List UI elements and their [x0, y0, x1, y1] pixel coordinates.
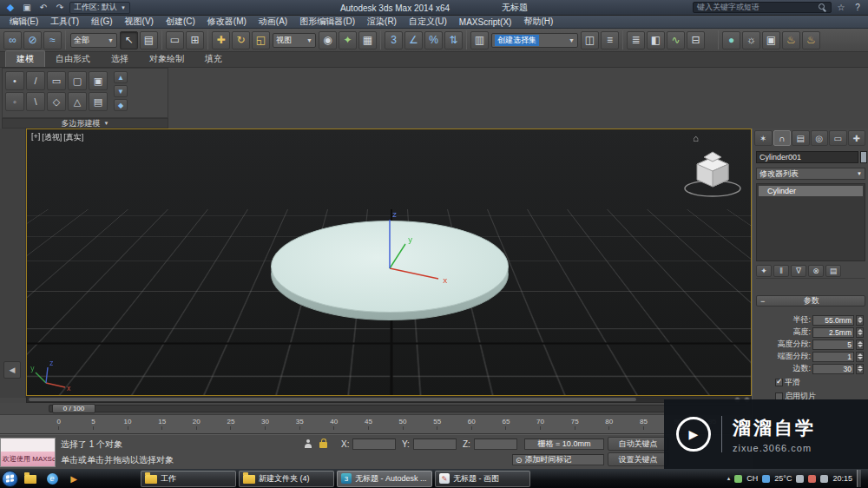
ribbon-button-10[interactable]: ▤ — [89, 92, 108, 111]
menu-edit[interactable]: 编辑(E) — [3, 16, 44, 29]
tab-display-icon[interactable]: ▭ — [829, 130, 847, 146]
viewport-menu-pov[interactable]: [透视] — [42, 132, 62, 143]
sides-input[interactable]: 30 — [812, 364, 854, 374]
ribbon-button-8[interactable]: ◇ — [47, 92, 66, 111]
time-slider[interactable]: 0 / 100 — [0, 403, 752, 415]
ribbon-tab-object-paint[interactable]: 对象绘制 — [139, 51, 194, 67]
tray-icon[interactable] — [796, 475, 804, 483]
weather-temp[interactable]: 25°C — [774, 474, 792, 483]
save-icon[interactable]: ▣ — [20, 2, 34, 14]
render-iterative-icon[interactable]: ♨ — [802, 31, 820, 49]
search-input[interactable]: 键入关键字或短语 — [693, 2, 832, 13]
schematic-view-icon[interactable]: ⊟ — [687, 31, 705, 49]
ribbon-button-7[interactable]: \ — [26, 92, 45, 111]
rect-region-icon[interactable]: ▭ — [166, 31, 184, 49]
select-scale-icon[interactable]: ◱ — [252, 31, 270, 49]
unlink-icon[interactable]: ⊘ — [23, 31, 42, 49]
scrollbar-thumb[interactable] — [29, 398, 636, 401]
ribbon-tab-populate[interactable]: 填充 — [194, 51, 233, 67]
ribbon-tab-selection[interactable]: 选择 — [101, 51, 139, 67]
remove-modifier-icon[interactable]: ⊗ — [808, 265, 824, 277]
edit-named-selection-icon[interactable]: ▥ — [470, 31, 489, 49]
percent-snap-icon[interactable]: % — [424, 31, 443, 49]
menu-graph-editors[interactable]: 图形编辑器(D) — [293, 16, 361, 29]
ribbon-button-6[interactable]: ◦ — [5, 92, 24, 111]
maxscript-mini-listener[interactable]: 欢迎使用 MAXScript — [0, 438, 56, 467]
curve-editor-icon[interactable]: ∿ — [667, 31, 685, 49]
select-move-icon[interactable]: ✚ — [212, 31, 230, 49]
track-bar[interactable]: 0 5 10 15 20 25 30 35 40 45 50 55 60 65 … — [0, 415, 752, 434]
tab-motion-icon[interactable]: ◎ — [811, 130, 829, 146]
taskbar-window-3dsmax[interactable]: 3 无标题 - Autodesk ... — [337, 471, 432, 487]
window-crossing-icon[interactable]: ⊞ — [186, 31, 204, 49]
select-manipulate-icon[interactable]: ✦ — [339, 31, 357, 49]
ref-coord-dropdown[interactable]: 视图 ▼ — [273, 33, 316, 48]
keyboard-override-icon[interactable]: ▦ — [358, 31, 377, 49]
height-segs-spinner[interactable] — [856, 340, 864, 350]
expand-panel-icon[interactable]: ◀ — [3, 361, 21, 379]
taskbar-window-new-folder[interactable]: 新建文件夹 (4) — [239, 471, 334, 487]
tab-modify-icon[interactable]: ∩ — [773, 130, 792, 146]
named-selection-dropdown[interactable]: 创建选择集 ▼ — [491, 33, 578, 48]
menu-modifiers[interactable]: 修改器(M) — [201, 16, 253, 29]
ribbon-panel-title[interactable]: 多边形建模 ▼ — [2, 118, 168, 129]
viewport-menu-plus[interactable]: [+] — [31, 132, 40, 143]
use-pivot-icon[interactable]: ◉ — [319, 31, 337, 49]
ribbon-button-vertex[interactable]: • — [5, 71, 24, 90]
viewcube-home-icon[interactable]: ⌂ — [693, 133, 699, 143]
network-icon[interactable] — [820, 475, 828, 483]
pin-stack-icon[interactable]: ✦ — [756, 265, 772, 277]
layer-manager-icon[interactable]: ≣ — [627, 31, 645, 49]
bind-spacewarp-icon[interactable]: ≈ — [43, 31, 62, 49]
material-editor-icon[interactable]: ● — [722, 31, 740, 49]
object-name-input[interactable] — [756, 151, 858, 163]
viewport-scrollbar[interactable] — [26, 396, 752, 403]
make-unique-icon[interactable]: ∇ — [791, 265, 806, 277]
selection-lock-icon[interactable] — [319, 442, 327, 448]
sides-spinner[interactable] — [856, 364, 864, 374]
parameters-rollout-header[interactable]: − 参数 — [756, 295, 865, 307]
ribbon-button-element[interactable]: ▣ — [89, 71, 108, 90]
show-end-result-icon[interactable]: ‖ — [773, 265, 789, 277]
undo-icon[interactable]: ↶ — [36, 2, 50, 14]
object-color-swatch[interactable] — [860, 151, 867, 163]
render-setup-icon[interactable]: ☼ — [742, 31, 760, 49]
y-coord-input[interactable] — [413, 439, 457, 450]
start-button[interactable] — [2, 471, 18, 487]
select-by-name-icon[interactable]: ▤ — [140, 31, 158, 49]
weather-icon[interactable] — [762, 475, 770, 483]
menu-animation[interactable]: 动画(A) — [253, 16, 293, 29]
snap-toggle-icon[interactable]: 3 — [385, 31, 403, 49]
time-slider-track[interactable] — [49, 405, 746, 412]
tab-create-icon[interactable]: ✶ — [754, 130, 773, 146]
ribbon-toggle-icon[interactable]: ◧ — [647, 31, 665, 49]
modifier-list-dropdown[interactable]: 修改器列表 ▼ — [756, 168, 865, 180]
search-icon[interactable] — [819, 3, 827, 12]
z-coord-input[interactable] — [474, 439, 517, 450]
listener-line[interactable] — [1, 439, 55, 452]
auto-key-button[interactable]: 自动关键点 — [608, 437, 668, 451]
ribbon-button-border[interactable]: ▭ — [47, 71, 66, 90]
tab-utilities-icon[interactable]: ✚ — [848, 130, 866, 146]
ribbon-mini-3[interactable]: ◆ — [114, 99, 128, 111]
menu-rendering[interactable]: 渲染(R) — [361, 16, 403, 29]
smooth-checkbox[interactable] — [775, 379, 783, 386]
x-coord-input[interactable] — [352, 439, 396, 450]
menu-views[interactable]: 视图(V) — [119, 16, 160, 29]
tray-icon[interactable] — [734, 475, 742, 483]
radius-spinner[interactable] — [856, 315, 864, 326]
modifier-stack[interactable]: Cylinder — [756, 183, 865, 261]
viewport-menu-shading[interactable]: [真实] — [63, 132, 83, 143]
render-production-icon[interactable]: ♨ — [782, 31, 800, 49]
ribbon-button-edge[interactable]: / — [26, 71, 45, 90]
add-time-tag-button[interactable]: ⊙ 添加时间标记 — [512, 454, 604, 465]
mirror-icon[interactable]: ◫ — [581, 31, 599, 49]
rendered-frame-icon[interactable]: ▣ — [762, 31, 780, 49]
taskbar-window-paint[interactable]: ✎ 无标题 - 画图 — [435, 471, 530, 487]
menu-tools[interactable]: 工具(T) — [44, 16, 85, 29]
ribbon-mini-2[interactable]: ▼ — [114, 85, 128, 97]
taskbar-window-work[interactable]: 工作 — [141, 471, 236, 487]
ribbon-tab-modeling[interactable]: 建模 — [5, 50, 45, 67]
favorites-star-icon[interactable]: ☆ — [834, 2, 848, 14]
set-key-button[interactable]: 设置关键点 — [608, 452, 668, 466]
